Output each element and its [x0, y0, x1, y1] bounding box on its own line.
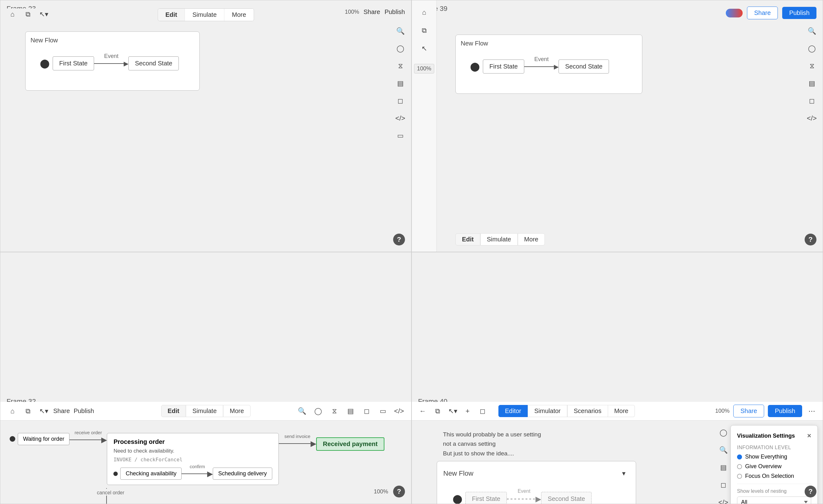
- db-icon-32[interactable]: ▤: [344, 405, 356, 417]
- db-icon-23[interactable]: ▤: [394, 77, 406, 90]
- edit-btn-23[interactable]: Edit: [158, 9, 185, 21]
- zoom-39[interactable]: 100%: [414, 64, 434, 73]
- waiting-box-32[interactable]: Waiting for order: [18, 433, 69, 445]
- share-32[interactable]: Share: [53, 407, 70, 414]
- dashed-arrow-40: ▶ Event: [507, 495, 541, 503]
- publish-btn-39[interactable]: Publish: [782, 7, 816, 19]
- search-icon-32[interactable]: 🔍: [296, 405, 308, 417]
- chevron-40[interactable]: ▾: [618, 468, 630, 479]
- first-state-40[interactable]: First State: [465, 492, 507, 504]
- help-btn-39[interactable]: ?: [805, 233, 816, 245]
- share-btn-23[interactable]: Share: [363, 8, 380, 16]
- layers-icon-40[interactable]: ⧉: [432, 405, 444, 417]
- second-state-40[interactable]: Second State: [541, 492, 592, 504]
- flow-container-23: New Flow ⬤ First State ▶ Event Second St…: [25, 31, 200, 91]
- layers-icon-23[interactable]: ⧉: [22, 8, 34, 20]
- home-icon-23[interactable]: ⌂: [7, 8, 18, 20]
- scenarios-tab-40[interactable]: Scenarios: [567, 405, 608, 417]
- layers-icon-32[interactable]: ⧉: [22, 405, 34, 417]
- zoom-40[interactable]: 100%: [715, 408, 729, 414]
- monitor-icon-32[interactable]: ▭: [377, 405, 389, 417]
- clock-icon-40[interactable]: ◯: [717, 427, 729, 439]
- simulator-tab-40[interactable]: Simulator: [528, 405, 567, 417]
- nesting-select[interactable]: All: [737, 497, 811, 504]
- second-state-39[interactable]: Second State: [558, 59, 609, 73]
- cursor-icon-39[interactable]: ↖: [419, 43, 430, 54]
- publish-32[interactable]: Publish: [73, 407, 94, 414]
- share-btn-39[interactable]: Share: [747, 7, 778, 19]
- chat2-icon-40[interactable]: ◻: [717, 479, 729, 491]
- flow-title-39: New Flow: [461, 40, 637, 47]
- top-right-39: Share Publish: [726, 7, 816, 19]
- clock-icon-23[interactable]: ◯: [394, 43, 406, 54]
- zoom-23[interactable]: 100%: [345, 9, 359, 15]
- option-focus-selection[interactable]: Focus On Selection: [737, 473, 811, 479]
- more-tab-40[interactable]: More: [608, 405, 635, 417]
- toggle-39[interactable]: [726, 9, 743, 17]
- simulate-btn-32[interactable]: Simulate: [186, 405, 223, 417]
- cursor-icon-32[interactable]: ↖▾: [38, 405, 49, 417]
- flow-diagram-40: ⬤ First State ▶ Event Second State: [443, 489, 630, 504]
- code-icon-39[interactable]: </>: [806, 113, 818, 124]
- zoom-icon-23[interactable]: 🔍: [394, 25, 406, 37]
- option-show-everything[interactable]: Show Everything: [737, 454, 811, 460]
- home-icon-32[interactable]: ⌂: [7, 405, 18, 417]
- toolbar-32: ⌂ ⧉ ↖▾ Share Publish Edit Simulate More …: [0, 402, 411, 421]
- clock-icon-32[interactable]: ◯: [312, 405, 324, 417]
- cursor-icon-23[interactable]: ↖▾: [38, 8, 49, 20]
- vert-line-cancel: [106, 496, 107, 504]
- share-40[interactable]: Share: [733, 404, 764, 417]
- editor-tab-40[interactable]: Editor: [498, 405, 528, 417]
- simulate-btn-39[interactable]: Simulate: [480, 233, 518, 245]
- chat-icon-32[interactable]: ◻: [361, 405, 372, 417]
- plus-icon-40[interactable]: +: [462, 405, 474, 417]
- more-btn-32[interactable]: More: [223, 405, 251, 417]
- db-icon-39[interactable]: ▤: [806, 77, 818, 90]
- filter-icon-32[interactable]: ⧖: [328, 405, 340, 417]
- back-icon-40[interactable]: ←: [417, 405, 429, 417]
- clock-icon-39[interactable]: ◯: [806, 43, 818, 54]
- layers-icon-39[interactable]: ⧉: [419, 25, 430, 36]
- chat-icon-40[interactable]: ◻: [477, 405, 488, 417]
- more-btn-23[interactable]: More: [224, 9, 254, 21]
- filter-icon-39[interactable]: ⧖: [806, 60, 818, 72]
- zoom-icon-39[interactable]: 🔍: [806, 25, 818, 37]
- code-icon-32[interactable]: </>: [393, 405, 405, 417]
- option-give-overview[interactable]: Give Overview: [737, 463, 811, 470]
- chat-icon-39[interactable]: ◻: [806, 95, 818, 107]
- cancel-order-label: cancel order: [97, 490, 399, 496]
- code-icon-23[interactable]: </>: [394, 113, 406, 124]
- code-icon-40[interactable]: </>: [717, 497, 729, 504]
- cursor-icon-40[interactable]: ↖▾: [447, 405, 459, 417]
- home-icon-39[interactable]: ⌂: [419, 7, 430, 18]
- close-panel-btn[interactable]: ×: [807, 432, 811, 440]
- edit-btn-39[interactable]: Edit: [456, 233, 480, 245]
- first-state-23[interactable]: First State: [53, 56, 94, 70]
- publish-40[interactable]: Publish: [768, 405, 802, 417]
- show-everything-label: Show Everything: [745, 454, 787, 460]
- start-dot-39: ⬤: [470, 61, 480, 72]
- ellipsis-40[interactable]: ⋯: [806, 405, 818, 417]
- start-group: [10, 436, 15, 444]
- processing-note: Need to check availability.: [113, 448, 272, 454]
- simulate-btn-23[interactable]: Simulate: [185, 9, 224, 21]
- publish-btn-23[interactable]: Publish: [384, 8, 405, 16]
- edit-btn-32[interactable]: Edit: [161, 405, 186, 417]
- help-btn-32[interactable]: ?: [393, 486, 405, 497]
- help-btn-23[interactable]: ?: [393, 233, 405, 245]
- monitor-icon-23[interactable]: ▭: [394, 130, 406, 142]
- chat-icon-23[interactable]: ◻: [394, 95, 406, 107]
- start-dot-32: [10, 436, 15, 442]
- search-icon-40[interactable]: 🔍: [717, 444, 729, 456]
- zoom-32[interactable]: 100%: [374, 488, 388, 495]
- received-payment-32[interactable]: Received payment: [316, 437, 385, 451]
- more-btn-39[interactable]: More: [518, 233, 545, 245]
- left-icons-32: ⌂ ⧉ ↖▾ Share Publish: [7, 405, 94, 417]
- help-btn-40[interactable]: ?: [805, 486, 816, 497]
- frame-23: Frame 23 ⌂ ⧉ ↖▾ Edit Simulate More 100% …: [0, 0, 412, 252]
- filter-icon-23[interactable]: ⧖: [394, 60, 406, 72]
- second-state-23[interactable]: Second State: [128, 56, 179, 70]
- first-state-39[interactable]: First State: [483, 59, 524, 73]
- confirm-arrow: ▶ confirm: [182, 469, 213, 478]
- db-icon-40[interactable]: ▤: [717, 462, 729, 474]
